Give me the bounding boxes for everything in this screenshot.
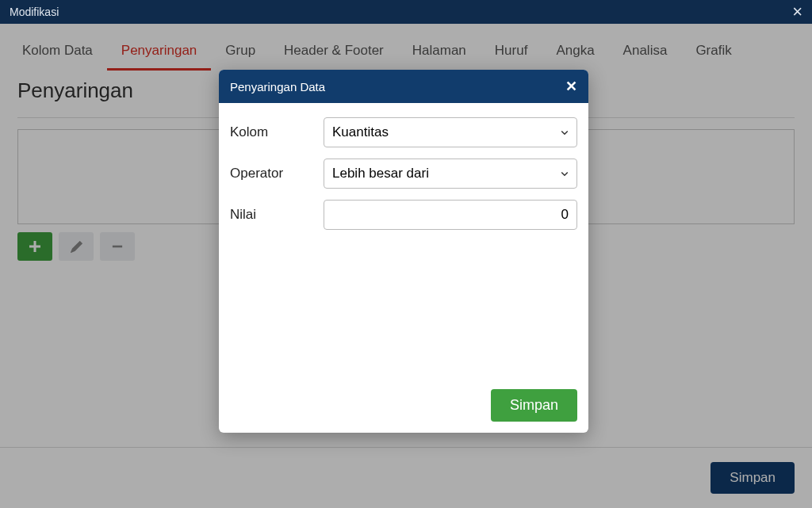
dialog-body: Kolom Kuantitas Operator Lebih besar dar… bbox=[219, 103, 588, 380]
window-title: Modifikasi bbox=[10, 6, 59, 18]
label-kolom: Kolom bbox=[230, 124, 324, 140]
select-kolom[interactable]: Kuantitas bbox=[324, 117, 577, 147]
label-operator: Operator bbox=[230, 166, 324, 181]
dialog-title: Penyaringan Data bbox=[230, 80, 325, 94]
dialog-header: Penyaringan Data ✕ bbox=[219, 70, 588, 103]
dialog-close-icon[interactable]: ✕ bbox=[565, 78, 577, 95]
row-kolom: Kolom Kuantitas bbox=[230, 117, 577, 147]
select-operator[interactable]: Lebih besar dari bbox=[324, 159, 577, 189]
row-nilai: Nilai 0 bbox=[230, 200, 577, 230]
row-operator: Operator Lebih besar dari bbox=[230, 159, 577, 189]
input-nilai[interactable]: 0 bbox=[324, 200, 577, 230]
window-titlebar: Modifikasi × bbox=[0, 0, 812, 24]
window-close-icon[interactable]: × bbox=[792, 3, 802, 21]
filter-dialog: Penyaringan Data ✕ Kolom Kuantitas Opera… bbox=[219, 70, 588, 433]
dialog-save-button[interactable]: Simpan bbox=[491, 389, 577, 422]
dialog-footer: Simpan bbox=[219, 380, 588, 433]
label-nilai: Nilai bbox=[230, 207, 324, 223]
